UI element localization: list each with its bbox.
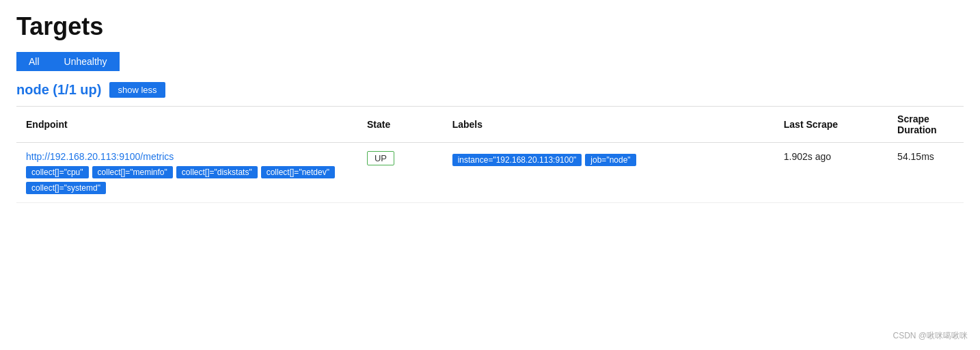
targets-table: Endpoint State Labels Last Scrape Scrape… xyxy=(16,106,964,203)
col-header-state: State xyxy=(357,107,443,143)
collect-tag-systemd: collect[]="systemd" xyxy=(26,182,106,194)
col-header-scrape-duration: Scrape Duration xyxy=(888,107,964,143)
scrape-duration-value: 54.15ms xyxy=(897,151,934,162)
page-container: Targets All Unhealthy node (1/1 up) show… xyxy=(0,0,980,219)
group-title-node: node (1/1 up) xyxy=(16,82,101,98)
scrape-duration-cell: 54.15ms xyxy=(888,143,964,203)
col-header-endpoint: Endpoint xyxy=(16,107,357,143)
collect-tag-diskstats: collect[]="diskstats" xyxy=(176,166,258,178)
table-header-row: Endpoint State Labels Last Scrape Scrape… xyxy=(16,107,964,143)
tab-unhealthy[interactable]: Unhealthy xyxy=(52,52,120,71)
label-tag-instance: instance="192.168.20.113:9100" xyxy=(452,154,582,166)
tab-bar: All Unhealthy xyxy=(16,52,964,71)
labels-cell: instance="192.168.20.113:9100" job="node… xyxy=(443,143,774,203)
collect-tag-meminfo: collect[]="meminfo" xyxy=(92,166,173,178)
collect-tags: collect[]="cpu" collect[]="meminfo" coll… xyxy=(26,166,348,194)
col-header-labels: Labels xyxy=(443,107,774,143)
last-scrape-cell: 1.902s ago xyxy=(774,143,888,203)
table-row: http://192.168.20.113:9100/metrics colle… xyxy=(16,143,964,203)
labels-tags: instance="192.168.20.113:9100" job="node… xyxy=(452,154,765,166)
group-header-node: node (1/1 up) show less xyxy=(16,82,964,98)
collect-tag-netdev: collect[]="netdev" xyxy=(261,166,335,178)
col-header-last-scrape: Last Scrape xyxy=(774,107,888,143)
state-badge: UP xyxy=(367,151,394,165)
label-tag-job: job="node" xyxy=(585,154,636,166)
page-title: Targets xyxy=(16,12,964,41)
endpoint-link[interactable]: http://192.168.20.113:9100/metrics xyxy=(26,151,348,162)
collect-tag-cpu: collect[]="cpu" xyxy=(26,166,89,178)
endpoint-cell: http://192.168.20.113:9100/metrics colle… xyxy=(16,143,357,203)
last-scrape-value: 1.902s ago xyxy=(784,151,831,162)
tab-all[interactable]: All xyxy=(16,52,52,71)
show-less-button[interactable]: show less xyxy=(109,82,165,98)
state-cell: UP xyxy=(357,143,443,203)
